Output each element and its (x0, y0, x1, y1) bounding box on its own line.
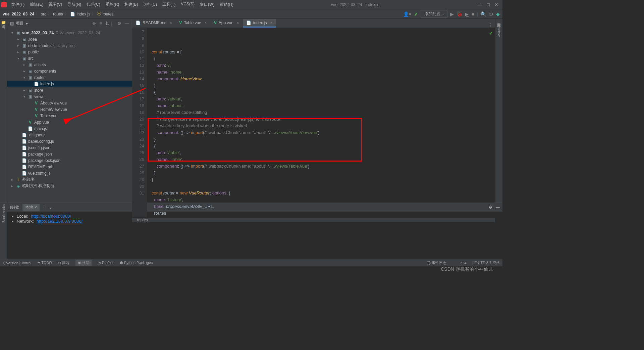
status-encoding: LF UTF-8 4 空格 (473, 260, 500, 265)
window-controls: — □ ✕ (475, 2, 501, 7)
tool-events[interactable]: ◯ 事件日志 (427, 260, 446, 265)
menu-view[interactable]: 视图(V) (47, 0, 64, 9)
coverage-icon[interactable]: ▶̲ (465, 11, 469, 17)
terminal-output[interactable]: - Local: http://localhost:8080/ - Networ… (7, 212, 502, 259)
close-icon[interactable]: ✕ (494, 2, 498, 7)
editor-area: 📄README.md× VTable.vue× VApp.vue× 📄index… (132, 19, 495, 203)
gutter: 7891011121314151617181920212223242526272… (132, 28, 147, 217)
window-title: vue_2022_03_24 - index.js (235, 2, 475, 7)
statusbar: ᚷ Version Control ≣ TODO ⊘ 问题 ▣ 终端 ◔ Pro… (0, 259, 502, 266)
tool-problems[interactable]: ⊘ 问题 (58, 260, 69, 265)
close-icon[interactable]: × (170, 20, 172, 25)
folder-icon: ▤ (10, 21, 14, 26)
minimize-icon[interactable]: — (478, 2, 482, 7)
titlebar: 文件(F) 编辑(E) 视图(V) 导航(N) 代码(C) 重构(R) 构建(B… (0, 0, 502, 9)
tree-item-indexjs: 📄index.js (7, 81, 132, 87)
settings-icon[interactable]: ⚙ (489, 11, 493, 17)
gear-icon[interactable]: ⚙ (117, 21, 121, 26)
tool-profiler[interactable]: ◔ Profiler (98, 261, 114, 265)
navbar: vue_2022_03_24 〉src 〉router 〉📄index.js 〉… (0, 9, 502, 19)
menu-window[interactable]: 窗口(W) (198, 0, 216, 9)
menu-navigate[interactable]: 导航(N) (65, 0, 83, 9)
tool-terminal[interactable]: ▣ 终端 (75, 260, 92, 266)
editor-tabs: 📄README.md× VTable.vue× VApp.vue× 📄index… (132, 19, 495, 28)
project-tree[interactable]: ▾▣vue_2022_03_24D:\Vue\vue_2022_03_24 ▸▣… (7, 28, 132, 203)
crumb-root[interactable]: vue_2022_03_24 (3, 12, 34, 16)
ide-icon[interactable]: ◆ (496, 11, 500, 17)
search-icon[interactable]: 🔍 (481, 11, 486, 17)
menu-help[interactable]: 帮助(H) (218, 0, 235, 9)
watermark: CSDN @机智的小神仙儿 (441, 266, 493, 272)
close-icon[interactable]: × (205, 20, 207, 25)
menu-edit[interactable]: 编辑(E) (28, 0, 45, 9)
crumb-symbol[interactable]: routes (102, 12, 113, 16)
tab-appvue[interactable]: VApp.vue× (211, 19, 243, 28)
menu-build[interactable]: 构建(B) (122, 0, 140, 9)
tab-readme[interactable]: 📄README.md× (132, 19, 175, 28)
menu-refactor[interactable]: 重构(R) (104, 0, 121, 9)
status-caret: 25:4 (459, 261, 466, 265)
terminal-label: 终端: (10, 205, 19, 210)
tab-menu-icon[interactable]: ⋮ (486, 23, 495, 28)
tool-vcs[interactable]: ᚷ Version Control (3, 261, 31, 265)
chevron-down-icon[interactable]: ⌄ (49, 205, 52, 210)
breadcrumb: vue_2022_03_24 〉src 〉router 〉📄index.js 〉… (3, 11, 114, 17)
code-editor[interactable]: 7891011121314151617181920212223242526272… (132, 28, 495, 217)
project-label: 项目 (16, 20, 24, 26)
link-local[interactable]: http://localhost:8080/ (31, 214, 71, 219)
maximize-icon[interactable]: □ (487, 2, 490, 7)
terminal-tab-local[interactable]: 本地 × (22, 204, 39, 211)
right-tool-rail: 数据库 SciView (495, 19, 502, 203)
terminal-add-icon[interactable]: + (43, 205, 45, 210)
tab-tablevue[interactable]: VTable.vue× (176, 19, 210, 28)
rail-sciview[interactable]: SciView (497, 24, 501, 37)
collapse-icon[interactable]: ⇅ (105, 21, 109, 26)
tab-indexjs[interactable]: 📄index.js× (243, 19, 276, 28)
check-icon: ✔ (489, 30, 493, 37)
menu-tools[interactable]: 工具(T) (160, 0, 177, 9)
run-config-select[interactable]: 添加配置... (421, 10, 447, 18)
hide-icon[interactable]: — (125, 21, 129, 26)
left-tool-rail: 📁 结构 (0, 19, 7, 203)
close-icon[interactable]: × (237, 20, 239, 25)
menu-run[interactable]: 运行(U) (141, 0, 159, 9)
crumb-router[interactable]: router (53, 12, 63, 16)
menu-vcs[interactable]: VCS(S) (179, 0, 197, 9)
menu-code[interactable]: 代码(C) (85, 0, 102, 9)
hide-icon[interactable]: — (496, 205, 500, 210)
menu-file[interactable]: 文件(F) (9, 0, 26, 9)
user-icon[interactable]: 👤▾ (403, 11, 411, 17)
crumb-src[interactable]: src (41, 12, 46, 16)
main-menu: 文件(F) 编辑(E) 视图(V) 导航(N) 代码(C) 重构(R) 构建(B… (9, 0, 235, 9)
expand-icon[interactable]: ≡ (99, 21, 102, 26)
locate-icon[interactable]: ⊕ (92, 21, 96, 26)
code-lines[interactable]: ✔ const routes = [ { path: '/', name: 'h… (147, 28, 495, 217)
tool-todo[interactable]: ≣ TODO (37, 261, 52, 265)
close-icon[interactable]: × (270, 20, 273, 25)
project-panel: ▤项目 ▾ ⊕ ≡ ⇅ | ⚙ — ▾▣vue_2022_03_24D:\Vue… (7, 19, 132, 203)
app-logo-icon (1, 2, 7, 7)
stop-icon[interactable]: ■ (471, 11, 474, 17)
rail-project-icon[interactable]: 📁 (1, 20, 6, 25)
debug-icon[interactable]: 🐞 (457, 11, 462, 17)
crumb-file[interactable]: index.js (76, 12, 90, 16)
link-network[interactable]: http://192.168.0.9:8080/ (37, 219, 83, 224)
build-icon[interactable]: ⬈ (414, 11, 418, 17)
rail-bookmarks[interactable]: Bookmarks (2, 204, 6, 223)
run-icon[interactable]: ▶ (450, 11, 454, 17)
tool-python[interactable]: ⬢ Python Packages (120, 261, 153, 265)
